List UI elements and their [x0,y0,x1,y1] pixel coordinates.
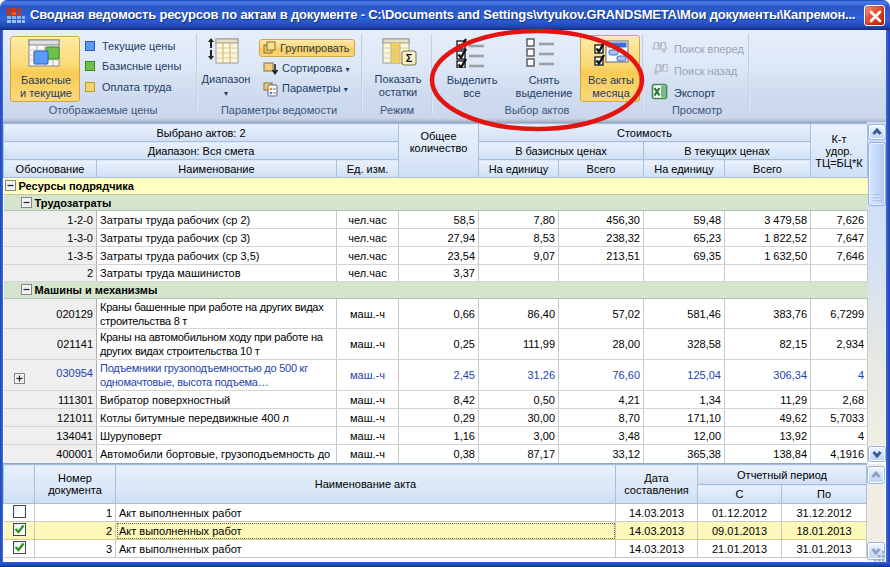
svg-text:Σ: Σ [406,52,413,64]
